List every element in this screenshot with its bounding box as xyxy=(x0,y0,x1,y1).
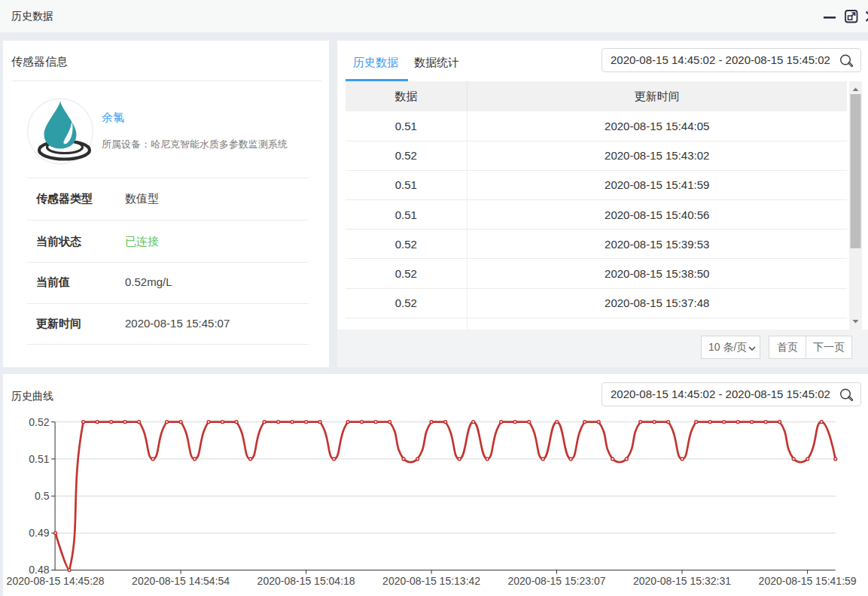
svg-text:2020-08-15 15:23:07: 2020-08-15 15:23:07 xyxy=(508,575,606,587)
svg-text:2020-08-15 15:41:59: 2020-08-15 15:41:59 xyxy=(759,575,857,587)
svg-text:0.5: 0.5 xyxy=(35,490,50,502)
svg-text:2020-08-15 15:13:42: 2020-08-15 15:13:42 xyxy=(382,575,480,587)
svg-text:0.51: 0.51 xyxy=(29,453,49,465)
svg-text:2020-08-15 15:04:18: 2020-08-15 15:04:18 xyxy=(257,575,355,587)
svg-text:2020-08-15 14:45:28: 2020-08-15 14:45:28 xyxy=(7,575,105,587)
svg-text:0.49: 0.49 xyxy=(29,527,49,539)
svg-text:2020-08-15 15:32:31: 2020-08-15 15:32:31 xyxy=(633,575,731,587)
svg-text:0.52: 0.52 xyxy=(29,416,49,428)
svg-text:2020-08-15 14:54:54: 2020-08-15 14:54:54 xyxy=(132,575,230,587)
